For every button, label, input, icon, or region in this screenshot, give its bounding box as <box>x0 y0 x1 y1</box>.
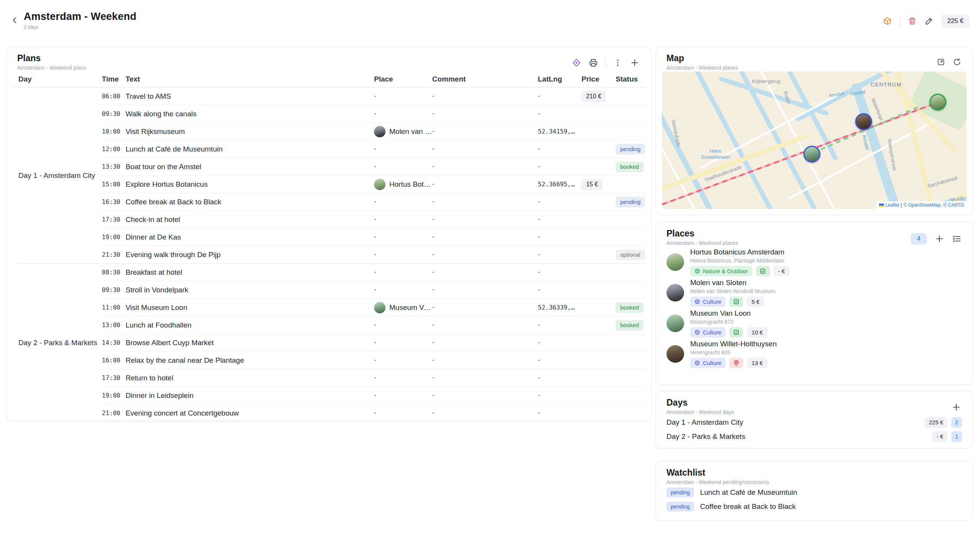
add-day-button[interactable] <box>951 402 961 412</box>
cell-latlng: - <box>538 409 581 417</box>
trash-icon <box>908 16 917 26</box>
print-button[interactable] <box>589 58 598 67</box>
day-list-item[interactable]: Day 1 - Amsterdam City 225 € 2 <box>666 415 962 429</box>
map-street-label: Rokin <box>782 90 792 104</box>
cell-place: - <box>374 321 432 329</box>
place-list-item[interactable]: Museum Willet-Holthuysen Herengracht 605… <box>666 339 962 369</box>
plan-row[interactable]: 09:30 Walk along the canals - - - <box>102 105 645 122</box>
plus-icon <box>934 234 944 244</box>
plan-row[interactable]: 11:00 Visit Museum Loon Museum Va… - 52.… <box>102 298 645 316</box>
watchlist-item[interactable]: pending Lunch at Café de Museumtuin <box>666 485 962 499</box>
cell-status: optional <box>616 249 645 260</box>
day-label: Day 2 - Parks & Markets <box>666 432 932 441</box>
map-place-marker[interactable] <box>855 113 872 130</box>
plan-row[interactable]: 19:00 Dinner at De Kas - - - <box>102 228 645 246</box>
places-panel: Places Amsterdam - Weekend places 4 Hort… <box>655 222 973 385</box>
expand-icon <box>937 58 945 66</box>
days-panel: Days Amsterdam - Weekend days Day 1 - Am… <box>655 391 973 448</box>
cell-time: 17:30 <box>102 374 126 381</box>
package-button[interactable] <box>883 16 892 26</box>
cell-time: 09:30 <box>102 110 126 117</box>
edit-button[interactable] <box>924 16 934 26</box>
watchlist-status-badge: pending <box>666 487 694 497</box>
plan-row[interactable]: 06:00 Travel to AMS - - - 210 € <box>102 88 645 105</box>
plan-row[interactable]: 21:00 Evening concert at Concertgebouw -… <box>102 404 645 422</box>
place-price-badge: 5 € <box>747 297 764 307</box>
map-place-marker[interactable] <box>804 146 820 163</box>
watchlist-header: Watchlist Amsterdam - Weekend pending/co… <box>656 461 973 485</box>
category-tag: Nature & Outdoor <box>690 266 752 276</box>
day-list-item[interactable]: Day 2 - Parks & Markets - € 1 <box>666 429 962 443</box>
plan-row[interactable]: 16:30 Coffee break at Back to Black - - … <box>102 193 645 210</box>
delete-button[interactable] <box>908 16 917 26</box>
place-list-item[interactable]: Museum Van Loon Keizersgracht 672 Cultur… <box>666 308 962 339</box>
cell-status: booked <box>616 320 645 331</box>
plan-row[interactable]: 17:30 Return to hotel - - - <box>102 369 645 386</box>
plan-row[interactable]: 13:00 Lunch at Foodhallen - - - booked <box>102 316 645 334</box>
day-badges: 225 € 2 <box>924 417 962 428</box>
place-status-pill[interactable] <box>729 297 743 307</box>
cell-time: 21:30 <box>102 251 126 258</box>
place-status-pill[interactable] <box>756 266 770 276</box>
refresh-map-button[interactable] <box>953 58 961 66</box>
cell-place: - <box>374 251 432 259</box>
cell-comment: - <box>432 92 538 100</box>
cell-comment: - <box>432 391 538 399</box>
plan-row[interactable]: 09:30 Stroll in Vondelpark - - - <box>102 281 645 298</box>
cell-latlng: - <box>538 92 581 100</box>
plan-row[interactable]: 10:00 Visit Rijksmuseum Molen van … - 52… <box>102 122 645 140</box>
expand-map-button[interactable] <box>937 58 945 66</box>
status-badge: booked <box>616 320 644 331</box>
cell-comment: - <box>432 286 538 294</box>
cell-latlng: - <box>538 215 581 223</box>
osm-link[interactable]: © OpenStreetMap, <box>903 202 942 208</box>
carto-link[interactable]: © CARTO <box>943 202 964 208</box>
status-badge: booked <box>616 302 644 313</box>
chevron-left-icon <box>10 15 20 25</box>
plan-row[interactable]: 19:00 Dinner in Leidseplein - - - <box>102 386 645 404</box>
place-dash: - <box>374 374 376 382</box>
watchlist-item[interactable]: pending Coffee break at Back to Black <box>666 499 962 514</box>
cell-latlng: - <box>538 339 581 347</box>
cell-text: Evening concert at Concertgebouw <box>126 409 374 417</box>
printer-icon <box>589 58 598 67</box>
plan-row[interactable]: 08:30 Breakfast at hotel - - - <box>102 264 645 281</box>
cell-latlng: - <box>538 145 581 153</box>
plan-row[interactable]: 21:30 Evening walk through De Pijp - - -… <box>102 246 645 263</box>
group-rows: 06:00 Travel to AMS - - - 210 € 09:30 Wa… <box>102 88 645 263</box>
day-badges: - € 1 <box>932 431 962 442</box>
place-status-pill[interactable] <box>729 358 743 368</box>
select-places-button[interactable] <box>952 234 961 243</box>
plan-row[interactable]: 12:00 Lunch at Café de Museumtuin - - - … <box>102 140 645 158</box>
cell-comment: - <box>432 303 538 311</box>
plan-row[interactable]: 16:00 Relax by the canal near De Plantag… <box>102 351 645 369</box>
leaflet-link[interactable]: Leaflet <box>885 202 899 208</box>
place-dash: - <box>374 409 376 417</box>
map-place-marker[interactable] <box>929 94 946 111</box>
cell-place: - <box>374 268 432 276</box>
back-button[interactable] <box>10 15 20 25</box>
cell-comment: - <box>432 339 538 347</box>
plan-row[interactable]: 15:00 Explore Hortus Botanicus Hortus Bo… <box>102 175 645 193</box>
more-menu-button[interactable] <box>614 59 622 67</box>
cell-price: 210 € <box>581 91 616 102</box>
route-button[interactable] <box>572 58 581 67</box>
map-canvas[interactable]: KrijtbergbrugRokinCENTRUMAmstelAmstelWat… <box>662 72 967 209</box>
place-photo <box>666 315 684 332</box>
add-place-button[interactable] <box>934 234 944 244</box>
add-plan-button[interactable] <box>630 58 640 68</box>
cell-place: - <box>374 391 432 399</box>
cell-comment: - <box>432 251 538 259</box>
cell-place: - <box>374 233 432 241</box>
plan-row[interactable]: 17:30 Check-in at hotel - - - <box>102 210 645 228</box>
place-status-pill[interactable] <box>729 327 743 337</box>
place-list-item[interactable]: Hortus Botanicus Amsterdam Hortus Botani… <box>666 247 962 277</box>
plan-row[interactable]: 13:30 Boat tour on the Amstel - - - book… <box>102 158 645 175</box>
cell-latlng: - <box>538 391 581 399</box>
cell-latlng: - <box>538 286 581 294</box>
column-header-place: Place <box>374 75 432 83</box>
cell-place: - <box>374 110 432 118</box>
place-list-item[interactable]: Molen van Sloten Molen van Sloten Windmi… <box>666 277 962 308</box>
plan-row[interactable]: 14:30 Browse Albert Cuyp Market - - - <box>102 334 645 351</box>
package-icon <box>694 299 700 305</box>
